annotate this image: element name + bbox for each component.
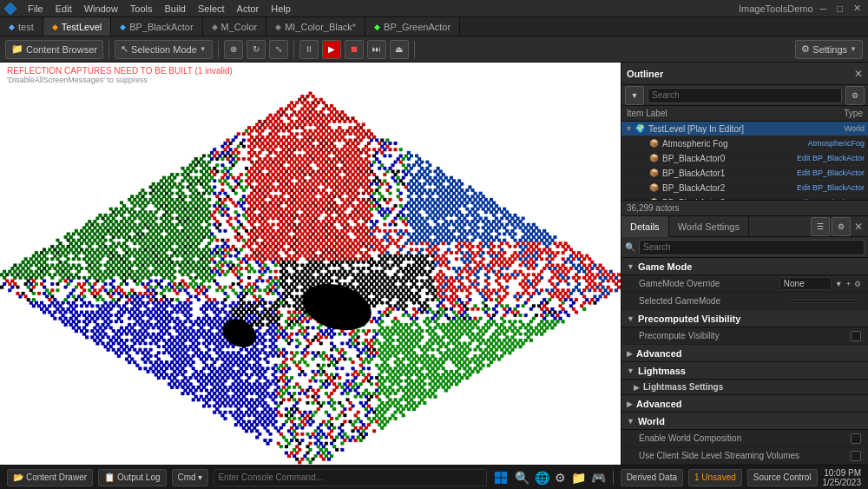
menu-actor[interactable]: Actor xyxy=(232,2,265,16)
section-header-lightmass[interactable]: ▼Lightmass xyxy=(621,362,868,380)
taskbar-icon-4[interactable]: 📁 xyxy=(571,471,586,485)
outliner-title: Outliner xyxy=(627,69,851,79)
section-header-game-mode[interactable]: ▼Game Mode xyxy=(621,258,868,275)
cmd-btn[interactable]: Cmd ▾ xyxy=(172,469,209,486)
translate-btn[interactable]: ⊕ xyxy=(224,40,243,59)
outliner-col-type: Type xyxy=(844,109,863,118)
detail-dropdown[interactable]: None▼+⚙ xyxy=(779,277,861,290)
tab-bar: ◆ test ◆ TestLevel ◆ BP_BlackActor ◆ M_C… xyxy=(0,17,868,36)
section-header-precomputed-visibility[interactable]: ▼Precomputed Visibility xyxy=(621,310,868,327)
section-header-world[interactable]: ▼World xyxy=(621,413,868,430)
svg-rect-4 xyxy=(501,478,507,484)
tab-bp-blackactor[interactable]: ◆ BP_BlackActor xyxy=(111,17,202,36)
outliner-filter-btn[interactable]: ▼ xyxy=(625,86,644,105)
taskbar-icon-2[interactable]: 🌐 xyxy=(535,471,549,485)
outliner-close-btn[interactable]: ✕ xyxy=(854,68,863,80)
menu-edit[interactable]: Edit xyxy=(50,2,77,16)
details-search-input[interactable] xyxy=(639,240,865,255)
details-filter-btn[interactable]: ☰ xyxy=(811,217,830,236)
stop-btn[interactable]: ⏹ xyxy=(345,40,364,59)
tab-details[interactable]: Details xyxy=(621,216,669,237)
unsaved-btn[interactable]: 1 Unsaved xyxy=(688,469,742,486)
svg-marker-0 xyxy=(4,3,16,15)
clock: 10:09 PM 1/25/2023 xyxy=(823,468,862,487)
tab-test[interactable]: ◆ test xyxy=(0,17,43,36)
outliner-options-btn[interactable]: ⚙ xyxy=(845,86,865,105)
detail-checkbox[interactable] xyxy=(851,331,861,341)
details-search-bar: 🔍 xyxy=(621,237,868,258)
viewport-panel[interactable]: REFLECTION CAPTURES NEED TO BE BUILT (1 … xyxy=(0,63,621,465)
section-header-advanced[interactable]: ▶Advanced xyxy=(621,345,868,362)
detail-checkbox[interactable] xyxy=(851,451,861,461)
close-btn[interactable]: ✕ xyxy=(850,3,865,14)
minimize-btn[interactable]: ─ xyxy=(817,3,831,14)
bottom-bar: 📂 Content Drawer 📋 Output Log Cmd ▾ 🔍 🌐 … xyxy=(0,465,868,489)
output-log-btn[interactable]: 📋 Output Log xyxy=(98,469,166,486)
content-browser-btn[interactable]: 📁 Content Browser xyxy=(5,40,103,59)
tree-item[interactable]: ▼🌍TestLevel [Play In Editor]World xyxy=(621,122,868,136)
details-close-btn[interactable]: ✕ xyxy=(852,221,865,233)
taskbar-icon-1[interactable]: 🔍 xyxy=(515,471,529,485)
outliner-search-input[interactable] xyxy=(648,88,842,103)
separator-1 xyxy=(108,41,109,58)
tree-item[interactable]: 📦BP_BlackActor1Edit BP_BlackActor xyxy=(621,166,868,181)
tab-world-settings[interactable]: World Settings xyxy=(669,216,749,237)
outliner-header: Outliner ✕ xyxy=(621,63,868,85)
taskbar-icon-5[interactable]: 🎮 xyxy=(591,471,606,485)
pause-btn[interactable]: ⏸ xyxy=(299,40,319,59)
selection-mode-btn[interactable]: ↖ Selection Mode ▼ xyxy=(115,40,213,59)
menu-tools[interactable]: Tools xyxy=(125,2,158,16)
scale-btn[interactable]: ⤡ xyxy=(269,40,288,59)
menu-help[interactable]: Help xyxy=(266,2,296,16)
detail-row: Use Client Side Level Streaming Volumes xyxy=(621,447,868,465)
section-label: Advanced xyxy=(636,348,682,359)
search-icon: 🔍 xyxy=(625,242,635,252)
restore-btn[interactable]: □ xyxy=(833,3,846,14)
derived-data-btn[interactable]: Derived Data xyxy=(621,469,683,486)
details-panel: Details World Settings ☰ ⚙ ✕ 🔍 ▼Game Mod… xyxy=(621,215,868,465)
section-header-advanced[interactable]: ▶Advanced xyxy=(621,395,868,413)
menu-bar: File Edit Window Tools Build Select Acto… xyxy=(0,0,868,17)
tree-item[interactable]: 📦BP_BlackActor0Edit BP_BlackActor xyxy=(621,151,868,166)
section-arrow: ▼ xyxy=(627,417,635,426)
viewport-canvas xyxy=(0,63,621,465)
detail-label: Enable World Composition xyxy=(639,433,851,443)
separator-3 xyxy=(293,41,294,58)
eject-btn[interactable]: ⏏ xyxy=(390,40,409,59)
tree-item[interactable]: 📦BP_BlackActor2Edit BP_BlackActor xyxy=(621,181,868,195)
toolbar: 📁 Content Browser ↖ Selection Mode ▼ ⊕ ↻… xyxy=(0,36,868,63)
menu-file[interactable]: File xyxy=(23,2,49,16)
tab-testlevel[interactable]: ◆ TestLevel xyxy=(43,17,111,36)
console-input[interactable] xyxy=(214,469,486,486)
source-control-btn[interactable]: Source Control xyxy=(747,469,818,486)
outliner-col-label: Item Label xyxy=(627,109,844,118)
subsection-header[interactable]: ▶Lightmass Settings xyxy=(621,380,868,395)
menu-select[interactable]: Select xyxy=(193,2,230,16)
detail-row: GameMode OverrideNone▼+⚙ xyxy=(621,275,868,293)
section-arrow: ▼ xyxy=(627,262,635,271)
skip-btn[interactable]: ⏭ xyxy=(367,40,386,59)
menu-window[interactable]: Window xyxy=(79,2,123,16)
detail-checkbox[interactable] xyxy=(851,433,861,444)
windows-logo[interactable] xyxy=(492,469,510,486)
detail-value[interactable] xyxy=(792,300,861,303)
main-layout: REFLECTION CAPTURES NEED TO BE BUILT (1 … xyxy=(0,63,868,465)
details-settings-btn[interactable]: ⚙ xyxy=(832,217,851,236)
rotate-btn[interactable]: ↻ xyxy=(247,40,266,59)
detail-label: Use Client Side Level Streaming Volumes xyxy=(639,451,851,460)
bottom-right: 🔍 🌐 ⚙ 📁 🎮 Derived Data 1 Unsaved Source … xyxy=(492,468,861,487)
svg-rect-3 xyxy=(495,478,501,484)
tab-mi-color-black[interactable]: ◆ MI_Color_Black* xyxy=(266,17,365,36)
outliner-count: 36,299 actors xyxy=(621,200,868,215)
tab-m-color[interactable]: ◆ M_Color xyxy=(203,17,267,36)
outliner-list[interactable]: ▼🌍TestLevel [Play In Editor]World📦Atmosp… xyxy=(621,122,868,200)
outliner-toolbar: ▼ ⚙ xyxy=(621,85,868,106)
tab-bp-greenactor[interactable]: ◆ BP_GreenActor xyxy=(365,17,460,36)
settings-btn[interactable]: ⚙ Settings ▼ xyxy=(795,40,863,59)
taskbar-icon-3[interactable]: ⚙ xyxy=(555,471,566,485)
tree-item[interactable]: 📦Atmospheric FogAtmosphericFog xyxy=(621,136,868,151)
play-btn[interactable]: ▶ xyxy=(322,40,341,59)
menu-build[interactable]: Build xyxy=(160,2,191,16)
svg-rect-1 xyxy=(495,472,501,478)
content-drawer-btn[interactable]: 📂 Content Drawer xyxy=(7,469,93,486)
